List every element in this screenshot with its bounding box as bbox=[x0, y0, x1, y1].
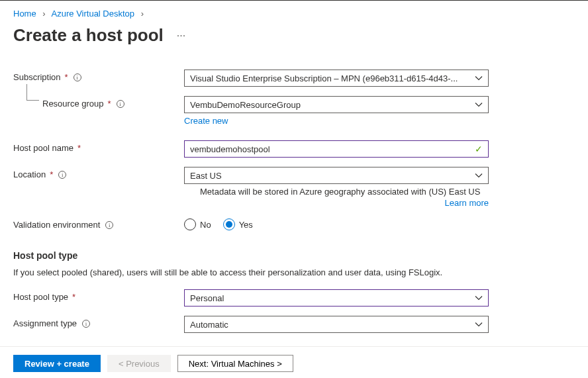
resource-group-label: Resource group bbox=[42, 99, 104, 109]
host-pool-type-heading: Host pool type bbox=[13, 250, 575, 261]
location-value: East US bbox=[190, 171, 222, 181]
info-icon[interactable]: i bbox=[74, 73, 81, 81]
required-indicator: * bbox=[65, 72, 68, 82]
host-pool-name-value: vembudemohostpool bbox=[190, 144, 270, 154]
subscription-label: Subscription bbox=[13, 72, 61, 82]
subscription-select[interactable]: Visual Studio Enterprise Subscription – … bbox=[184, 70, 489, 87]
previous-button[interactable]: < Previous bbox=[107, 355, 171, 372]
host-pool-name-input[interactable]: vembudemohostpool ✓ bbox=[184, 140, 489, 158]
required-indicator: * bbox=[108, 99, 111, 109]
chevron-down-icon bbox=[475, 320, 483, 328]
radio-label-yes: Yes bbox=[239, 220, 253, 230]
location-select[interactable]: East US bbox=[184, 167, 489, 184]
chevron-down-icon bbox=[475, 74, 483, 82]
assignment-type-value: Automatic bbox=[190, 320, 228, 330]
chevron-down-icon bbox=[475, 294, 483, 302]
info-icon[interactable]: i bbox=[82, 320, 90, 328]
check-icon: ✓ bbox=[475, 144, 483, 154]
validation-env-label: Validation environment bbox=[13, 220, 100, 230]
next-button[interactable]: Next: Virtual Machines > bbox=[177, 355, 293, 372]
review-create-button[interactable]: Review + create bbox=[13, 355, 101, 372]
host-pool-type-select[interactable]: Personal bbox=[184, 289, 489, 307]
wizard-footer: Review + create < Previous Next: Virtual… bbox=[0, 346, 588, 378]
radio-icon bbox=[184, 218, 196, 230]
location-label: Location bbox=[13, 169, 46, 179]
page-title: Create a host pool bbox=[13, 25, 164, 46]
breadcrumb-avd[interactable]: Azure Virtual Desktop bbox=[52, 9, 135, 19]
create-new-link[interactable]: Create new bbox=[184, 116, 228, 126]
learn-more-link[interactable]: Learn more bbox=[445, 198, 489, 208]
breadcrumb: Home › Azure Virtual Desktop › bbox=[13, 6, 575, 25]
info-icon[interactable]: i bbox=[117, 100, 124, 108]
host-pool-type-value: Personal bbox=[190, 293, 224, 303]
chevron-right-icon: › bbox=[141, 9, 144, 19]
radio-label-no: No bbox=[200, 220, 211, 230]
assignment-type-select[interactable]: Automatic bbox=[184, 316, 489, 333]
resource-group-select[interactable]: VembuDemoResourceGroup bbox=[184, 96, 489, 113]
chevron-down-icon bbox=[475, 171, 483, 179]
subscription-value: Visual Studio Enterprise Subscription – … bbox=[190, 73, 458, 83]
more-icon[interactable]: ··· bbox=[177, 30, 185, 42]
info-icon[interactable]: i bbox=[58, 171, 66, 179]
required-indicator: * bbox=[50, 169, 53, 179]
host-pool-type-desc: If you select pooled (shared), users wil… bbox=[13, 267, 575, 277]
breadcrumb-home[interactable]: Home bbox=[13, 9, 36, 19]
radio-checked-icon bbox=[223, 218, 235, 230]
host-pool-type-label: Host pool type bbox=[13, 292, 68, 302]
validation-yes-radio[interactable]: Yes bbox=[223, 218, 253, 230]
location-helper: Metadata will be stored in Azure geograp… bbox=[184, 187, 489, 197]
resource-group-value: VembuDemoResourceGroup bbox=[190, 100, 301, 110]
chevron-down-icon bbox=[475, 101, 483, 109]
validation-no-radio[interactable]: No bbox=[184, 218, 211, 230]
required-indicator: * bbox=[72, 292, 75, 302]
assignment-type-label: Assignment type bbox=[13, 318, 77, 328]
chevron-right-icon: › bbox=[42, 9, 45, 19]
host-pool-name-label: Host pool name bbox=[13, 143, 74, 153]
required-indicator: * bbox=[77, 143, 81, 153]
info-icon[interactable]: i bbox=[105, 221, 113, 229]
